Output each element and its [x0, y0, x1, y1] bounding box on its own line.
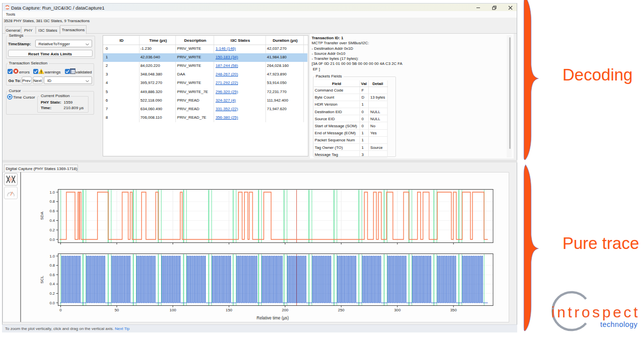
- svg-text:Relative time (µs): Relative time (µs): [257, 316, 289, 320]
- svg-text:0.4: 0.4: [49, 282, 55, 286]
- svg-text:50: 50: [115, 308, 119, 312]
- svg-text:0.8: 0.8: [49, 199, 55, 204]
- svg-text:0: 0: [59, 308, 62, 312]
- svg-text:technology: technology: [600, 320, 637, 328]
- svg-text:SDA: SDA: [40, 211, 44, 220]
- svg-text:150: 150: [226, 308, 233, 312]
- svg-text:SCL: SCL: [40, 276, 44, 284]
- svg-text:0.6: 0.6: [49, 273, 55, 277]
- svg-text:0.0: 0.0: [49, 301, 55, 305]
- svg-text:Decoding: Decoding: [562, 65, 632, 84]
- svg-text:300: 300: [394, 308, 401, 312]
- svg-text:200: 200: [282, 308, 289, 312]
- svg-text:0.8: 0.8: [49, 263, 55, 268]
- svg-text:1.0: 1.0: [49, 254, 55, 259]
- svg-text:Pure trace: Pure trace: [562, 234, 639, 252]
- svg-text:1.0: 1.0: [49, 190, 55, 195]
- svg-text:350: 350: [450, 308, 457, 312]
- svg-text:100: 100: [170, 308, 177, 312]
- svg-text:introspect: introspect: [551, 304, 640, 320]
- svg-text:0.6: 0.6: [49, 209, 55, 213]
- svg-text:0.2: 0.2: [49, 291, 55, 296]
- svg-text:250: 250: [338, 308, 345, 312]
- svg-text:0.2: 0.2: [49, 228, 55, 232]
- svg-text:0.4: 0.4: [49, 218, 55, 223]
- svg-text:0.0: 0.0: [49, 237, 55, 242]
